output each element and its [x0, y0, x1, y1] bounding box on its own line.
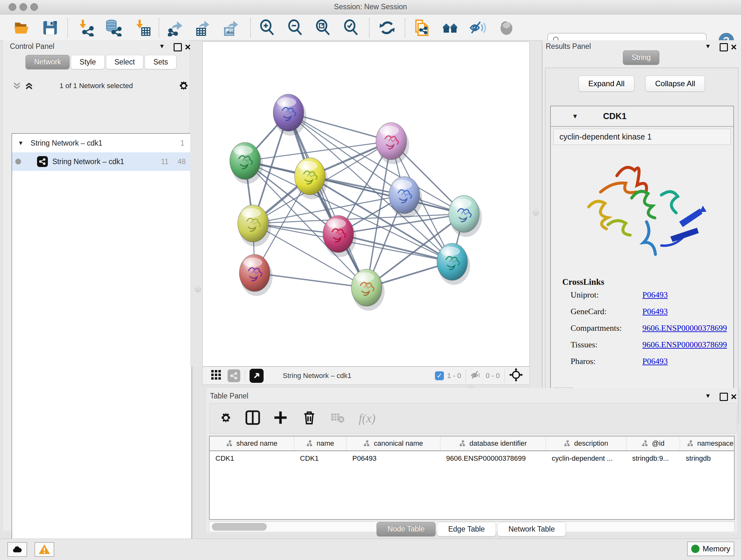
column-header-database-identifier[interactable]: database identifier [441, 436, 546, 450]
zoom-out-icon[interactable] [286, 19, 305, 37]
crosslink-value-link[interactable]: P06493 [643, 307, 668, 316]
network-node-ccna1[interactable] [376, 123, 409, 164]
column-header-description[interactable]: description [546, 436, 626, 450]
network-node-ccne1[interactable] [351, 269, 385, 311]
network-node-cdk1[interactable] [294, 158, 328, 199]
collection-expand-caret[interactable]: ▼ [18, 140, 23, 146]
results-panel-close-button[interactable]: × [731, 44, 737, 51]
crosslink-row: Tissues:9606.ENSP00000378699 [570, 340, 733, 350]
table-row[interactable]: CDK1CDK1P064939606.ENSP00000378699cyclin… [210, 451, 734, 466]
home-icon[interactable] [442, 19, 460, 37]
control-panel-close-button[interactable]: × [185, 44, 191, 51]
import-table-file-icon[interactable] [133, 19, 151, 37]
import-network-file-icon[interactable] [77, 19, 94, 37]
right-splitter-handle[interactable] [533, 210, 539, 215]
network-node-ccna2[interactable] [323, 215, 356, 257]
table-cell[interactable]: 9606.ENSP00000378699 [441, 451, 546, 466]
network-node-rb1[interactable] [449, 195, 482, 237]
network-options-gear-icon[interactable] [177, 79, 190, 93]
crosslink-value-link[interactable]: P06493 [643, 357, 668, 366]
crosslinks-list: Uniprot:P06493GeneCard:P06493Compartment… [570, 290, 733, 366]
zoom-fit-icon[interactable] [314, 19, 332, 37]
zoom-in-icon[interactable] [259, 19, 276, 37]
tab-style[interactable]: Style [71, 55, 105, 69]
table-panel-float-button[interactable] [720, 393, 728, 402]
tab-edge-table[interactable]: Edge Table [437, 522, 496, 537]
tab-node-table[interactable]: Node Table [377, 522, 436, 537]
birdseye-grid-icon[interactable] [210, 369, 222, 382]
collapse-all-button[interactable]: Collapse All [645, 76, 705, 91]
toolbar-separator [158, 18, 159, 37]
expand-all-button[interactable]: Expand All [579, 76, 634, 91]
hide-selected-icon[interactable] [469, 19, 487, 37]
column-type-icon [687, 440, 694, 447]
refresh-icon[interactable] [378, 19, 396, 37]
cloud-icon [11, 544, 23, 555]
save-session-icon[interactable] [41, 19, 59, 37]
gene-header-row[interactable]: ▼ CDK1 [551, 106, 733, 127]
cloud-status-button[interactable] [7, 542, 27, 557]
network-canvas[interactable]: CCNB2CCNA1CDC25BCDK1CDC6RB1CCNB1CCNA2CDK… [202, 42, 530, 367]
left-splitter-handle[interactable] [195, 287, 201, 292]
crosslink-value-link[interactable]: 9606.ENSP00000378699 [643, 340, 727, 350]
titlebar: Session: New Session [0, 0, 741, 14]
network-node-cdkn1a[interactable] [437, 243, 470, 285]
results-panel-menu-caret[interactable]: ▼ [705, 43, 711, 50]
table-panel-menu-caret[interactable]: ▼ [705, 392, 711, 399]
table-cell[interactable]: stringdb [680, 451, 735, 466]
selected-checkbox-icon[interactable]: ✓ [435, 371, 444, 380]
table-cell[interactable]: CDK1 [294, 451, 347, 466]
network-edge[interactable] [288, 113, 367, 288]
table-cell[interactable]: CDK1 [210, 451, 294, 466]
table-cell[interactable]: stringdb:9... [626, 451, 680, 466]
network-node-cdc25b[interactable] [230, 142, 263, 184]
network-node-cdc6[interactable] [389, 177, 422, 218]
crosslink-value-link[interactable]: 9606.ENSP00000378699 [643, 323, 727, 333]
column-header-namespace[interactable]: namespace [680, 436, 735, 450]
export-image-icon[interactable] [222, 19, 240, 37]
crosslink-value-link[interactable]: P06493 [643, 290, 668, 300]
clone-network-icon[interactable] [413, 19, 431, 37]
network-node-ccnb1[interactable] [238, 205, 271, 246]
column-header-canonical-name[interactable]: canonical name [347, 436, 441, 450]
hidden-eye-slash-icon[interactable] [470, 369, 482, 383]
tab-network-table[interactable]: Network Table [497, 522, 566, 537]
control-panel-float-button[interactable] [174, 43, 182, 53]
network-node-hist1h1a[interactable] [239, 254, 273, 296]
fit-content-crosshair-icon[interactable] [509, 368, 523, 384]
export-table-icon[interactable] [194, 19, 212, 37]
column-header-@id[interactable]: @id [626, 436, 680, 450]
table-cell[interactable]: P06493 [347, 451, 441, 466]
left-splitter[interactable] [190, 42, 202, 367]
tab-select[interactable]: Select [106, 55, 144, 69]
open-session-icon[interactable] [13, 19, 30, 37]
string-results-container: Expand All Collapse All ▼ CDK1 cyclin-de… [545, 68, 738, 422]
column-header-shared-name[interactable]: shared name [210, 436, 294, 450]
tab-string[interactable]: String [623, 51, 659, 65]
network-share-icon[interactable] [227, 369, 240, 382]
show-all-icon[interactable] [497, 19, 515, 37]
tab-network[interactable]: Network [25, 55, 70, 69]
crosslinks-heading: CrossLinks [562, 277, 733, 287]
table-cell[interactable]: cyclin-dependent ... [546, 451, 626, 466]
string-network-graph[interactable]: CCNB2CCNA1CDC25BCDK1CDC6RB1CCNB1CCNA2CDK… [203, 42, 529, 366]
show-columns-icon[interactable] [245, 410, 260, 427]
tab-sets[interactable]: Sets [145, 55, 177, 69]
column-header-name[interactable]: name [294, 436, 347, 450]
zoom-selected-icon[interactable] [342, 19, 360, 37]
control-panel-menu-caret[interactable]: ▼ [159, 43, 165, 50]
add-column-icon[interactable] [273, 410, 288, 426]
gene-expand-caret[interactable]: ▼ [572, 113, 578, 120]
network-collection-row[interactable]: ▼ String Network – cdk1 1 [12, 134, 192, 152]
delete-column-trash-icon[interactable] [302, 410, 317, 426]
node-table[interactable]: shared namenamecanonical namedatabase id… [209, 436, 735, 520]
open-in-window-icon[interactable] [250, 369, 264, 383]
table-panel-close-button[interactable]: × [731, 393, 737, 400]
table-settings-gear-icon[interactable] [218, 411, 232, 426]
warning-status-button[interactable] [35, 542, 54, 557]
import-network-database-icon[interactable] [104, 19, 122, 37]
export-network-icon[interactable] [167, 19, 185, 37]
memory-button[interactable]: Memory [687, 542, 734, 556]
network-node-ccnb2[interactable] [273, 94, 307, 136]
network-row-selected[interactable]: String Network – cdk1 11 48 [12, 152, 192, 171]
